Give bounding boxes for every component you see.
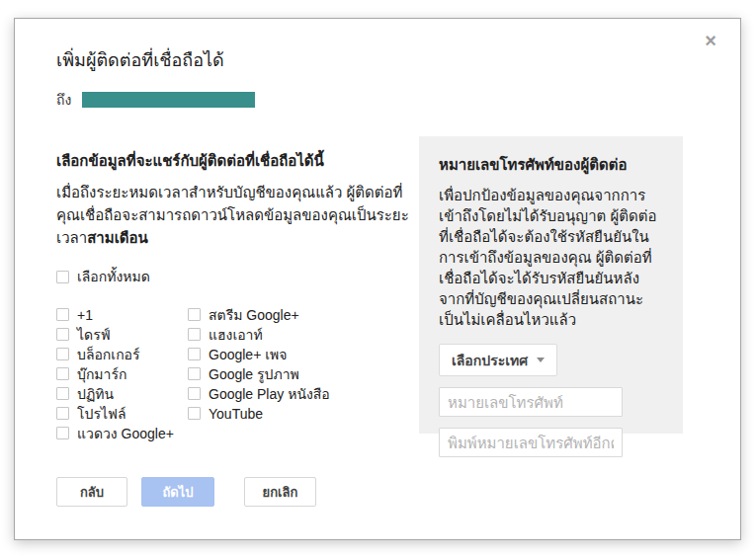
services-column-2: สตรีม Google+ แฮงเอาท์ Google+ เพจ Googl… [188,308,330,446]
checkbox-google-plus-circles[interactable] [56,427,69,439]
checkbox-row-bookmarks[interactable]: บุ๊กมาร์ก [56,367,188,380]
checkbox-row-drive[interactable]: ไดรฟ์ [56,328,188,341]
checkbox-row-google-plus-circles[interactable]: แวดวง Google+ [56,427,188,439]
checkbox-blogger[interactable] [56,348,69,360]
select-all-label: เลือกทั้งหมด [77,266,150,287]
cancel-button[interactable]: ยกเลิก [244,477,316,507]
checkbox-bookmarks[interactable] [56,367,69,380]
country-select-label: เลือกประเทศ [452,350,528,371]
to-label: ถึง [56,89,71,111]
checkbox-row-google-plus-pages[interactable]: Google+ เพจ [188,348,330,360]
select-all-checkbox[interactable] [56,271,69,283]
recipient-redacted-bar [82,92,255,108]
chevron-down-icon [537,358,545,362]
checkbox-row-plus-one[interactable]: +1 [56,308,188,321]
share-section-description: เมื่อถึงระยะหมดเวลาสำหรับบัญชีของคุณแล้ว… [56,181,424,249]
dialog-title: เพิ่มผู้ติดต่อที่เชื่อถือได้ [56,45,224,74]
close-icon[interactable]: × [705,31,716,50]
checkbox-google-plus-pages[interactable] [188,348,201,360]
checkbox-profile[interactable] [56,407,69,420]
phone-section-panel: หมายเลขโทรศัพท์ของผู้ติดต่อ เพื่อปกป้องข… [419,136,683,434]
checkbox-hangouts[interactable] [188,328,201,341]
checkbox-row-google-photos[interactable]: Google รูปภาพ [188,367,330,380]
checkbox-row-youtube[interactable]: YouTube [188,407,330,420]
checkbox-google-photos[interactable] [188,367,201,380]
checkbox-row-calendar[interactable]: ปฏิทิน [56,387,188,400]
phone-section-heading: หมายเลขโทรศัพท์ของผู้ติดต่อ [439,154,663,176]
checkbox-row-blogger[interactable]: บล็อกเกอร์ [56,348,188,360]
checkbox-row-hangouts[interactable]: แฮงเอาท์ [188,328,330,341]
checkbox-row-google-play-books[interactable]: Google Play หนังสือ [188,387,330,400]
next-button[interactable]: ถัดไป [141,477,214,507]
phone-number-input[interactable] [439,387,623,417]
checkbox-google-plus-stream[interactable] [188,308,201,321]
services-column-1: +1 ไดรฟ์ บล็อกเกอร์ บุ๊กมาร์ก ปฏิทิน [56,308,188,446]
select-all-checkbox-row[interactable]: เลือกทั้งหมด [56,266,424,287]
checkbox-plus-one[interactable] [56,308,69,321]
dialog-footer: กลับ ถัดไป ยกเลิก [56,477,316,507]
recipient-row: ถึง [56,89,255,111]
back-button[interactable]: กลับ [56,477,127,507]
phone-section-description: เพื่อปกป้องข้อมูลของคุณจากการเข้าถึงโดยไ… [439,185,663,330]
checkbox-youtube[interactable] [188,407,201,420]
add-trusted-contact-dialog: × เพิ่มผู้ติดต่อที่เชื่อถือได้ ถึง เลือก… [14,18,741,540]
checkbox-google-play-books[interactable] [188,387,201,400]
phone-number-confirm-input[interactable] [439,428,623,457]
services-checkbox-grid: +1 ไดรฟ์ บล็อกเกอร์ บุ๊กมาร์ก ปฏิทิน [56,308,424,446]
checkbox-row-google-plus-stream[interactable]: สตรีม Google+ [188,308,330,321]
checkbox-drive[interactable] [56,328,69,341]
share-section-heading: เลือกข้อมูลที่จะแชร์กับผู้ติดต่อที่เชื่อ… [56,150,424,172]
checkbox-row-profile[interactable]: โปรไฟล์ [56,407,188,420]
country-select-dropdown[interactable]: เลือกประเทศ [439,344,557,376]
share-description-bold-text: สามเดือน [87,229,148,246]
share-data-section: เลือกข้อมูลที่จะแชร์กับผู้ติดต่อที่เชื่อ… [56,150,424,446]
checkbox-calendar[interactable] [56,387,69,400]
